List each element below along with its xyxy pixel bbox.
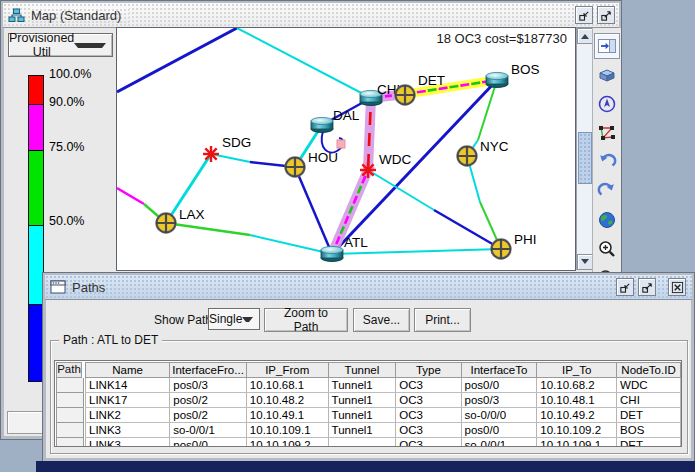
map-node-DET[interactable] <box>396 86 415 105</box>
sitemap-icon <box>8 8 25 23</box>
maximize-button[interactable] <box>597 6 615 24</box>
table-row[interactable]: LINK3pos0/010.10.109.2OC3so-0/0/110.10.1… <box>86 438 681 448</box>
chevron-down-icon <box>242 317 253 326</box>
application-desktop: Map (Standard) Provisioned Util 100.0%90… <box>0 0 695 472</box>
map-canvas[interactable]: SDGLAXHOUDALCHIDETWDCNYCBOSATLPHI 18 OC3… <box>117 28 575 270</box>
table-row[interactable]: LINK17pos0/210.10.48.2Tunnel1OC3pos0/310… <box>86 393 681 408</box>
column-header[interactable]: Type <box>396 363 461 378</box>
map-node-label: BOS <box>511 62 540 77</box>
map-link[interactable] <box>295 167 332 254</box>
map-link[interactable] <box>434 210 501 249</box>
legend-segment <box>29 104 43 150</box>
column-header[interactable]: IP_From <box>246 363 328 378</box>
restore-button[interactable] <box>616 278 634 296</box>
chevron-down-icon <box>74 43 106 52</box>
table-cell: pos0/0 <box>461 423 537 438</box>
table-cell: OC3 <box>396 393 461 408</box>
scroll-down-button[interactable] <box>577 254 593 270</box>
row-header-title: Path <box>56 362 82 378</box>
table-cell: 10.10.68.2 <box>537 378 617 393</box>
map-link[interactable] <box>117 188 144 204</box>
map-node-ATL[interactable] <box>321 246 343 261</box>
table-row[interactable]: LINK14pos0/310.10.68.1Tunnel1OC3pos0/010… <box>86 378 681 393</box>
table-row[interactable]: LINK2pos0/210.10.49.1Tunnel1OC3so-0/0/01… <box>86 408 681 423</box>
map-link[interactable] <box>166 223 250 235</box>
paths-window-titlebar[interactable]: Paths <box>45 275 692 300</box>
path-row-header-column: Path <box>56 362 82 447</box>
path-groupbox-title: Path : ATL to DET <box>59 333 162 347</box>
topology-button[interactable] <box>594 120 620 146</box>
column-header[interactable]: NodeTo.ID <box>617 363 681 378</box>
row-header-cell <box>56 408 84 423</box>
print-button[interactable]: Print... <box>414 308 471 332</box>
column-header[interactable]: Name <box>86 363 170 378</box>
row-header-cell <box>56 393 84 408</box>
column-header[interactable]: Tunnel <box>328 363 396 378</box>
table-cell: pos0/0 <box>461 378 537 393</box>
triangle-up-icon <box>581 30 589 39</box>
table-cell: pos0/2 <box>170 393 247 408</box>
row-header-cell <box>56 378 84 393</box>
util-style-dropdown[interactable]: Provisioned Util <box>8 33 113 57</box>
globe-icon <box>597 210 617 230</box>
map-link[interactable] <box>117 28 237 92</box>
zoom-to-path-button[interactable]: Zoom to Path <box>264 308 348 332</box>
printer-3d-button[interactable] <box>594 62 620 88</box>
map-node-label: DET <box>418 73 445 88</box>
map-node-label: HOU <box>308 150 338 165</box>
table-cell: DET <box>617 438 681 448</box>
scrollbar-thumb[interactable] <box>578 132 592 184</box>
table-cell: so-0/0/0 <box>461 408 537 423</box>
zoom-in-icon <box>597 239 617 259</box>
map-node-unnamed[interactable] <box>337 140 345 148</box>
table-row[interactable]: LINK3so-0/0/110.10.109.1Tunnel1OC3pos0/0… <box>86 423 681 438</box>
column-header[interactable]: InterfaceTo <box>461 363 537 378</box>
column-header[interactable]: IP_To <box>537 363 617 378</box>
map-node-SDG[interactable] <box>203 146 219 162</box>
column-header[interactable]: InterfaceFro... <box>170 363 247 378</box>
map-link[interactable] <box>237 28 371 98</box>
map-node-WDC[interactable] <box>360 162 376 178</box>
map-link[interactable] <box>250 235 332 254</box>
close-button[interactable] <box>668 278 686 296</box>
table-cell: pos0/3 <box>461 393 537 408</box>
map-node-label: ATL <box>344 235 368 250</box>
map-node-label: DAL <box>333 108 360 123</box>
zoom-in-button[interactable] <box>594 236 620 262</box>
compass-button[interactable] <box>594 91 620 117</box>
table-cell: LINK2 <box>86 408 170 423</box>
panel-toggle-button[interactable] <box>594 33 620 59</box>
table-cell: 10.10.49.1 <box>246 408 328 423</box>
table-cell: LINK14 <box>86 378 170 393</box>
map-node-DAL[interactable] <box>311 117 333 132</box>
redo-button[interactable] <box>594 178 620 204</box>
paths-toolbar: Show Path: Single Zoom to Path Save... P… <box>45 302 692 334</box>
printer-3d-icon <box>597 65 617 85</box>
triangle-down-icon <box>581 259 589 268</box>
save-button[interactable]: Save... <box>353 308 410 332</box>
table-cell: pos0/2 <box>170 408 247 423</box>
restore-button[interactable] <box>575 6 593 24</box>
map-window-titlebar[interactable]: Map (Standard) <box>3 3 619 28</box>
path-table[interactable]: NameInterfaceFro...IP_FromTunnelTypeInte… <box>85 362 681 447</box>
path-groupbox: Path : ATL to DET Path NameInterfaceFro.… <box>50 340 688 454</box>
map-node-NYC[interactable] <box>458 147 477 166</box>
map-node-PHI[interactable] <box>492 240 511 259</box>
map-node-LAX[interactable] <box>157 214 176 233</box>
table-cell: DET <box>617 408 681 423</box>
map-vertical-scrollbar[interactable] <box>576 28 593 270</box>
table-cell: 10.10.109.1 <box>246 423 328 438</box>
undo-button[interactable] <box>594 149 620 175</box>
show-path-dropdown[interactable]: Single <box>208 308 260 330</box>
paths-window: Paths Show Path: Single Zoom to Path Sav… <box>42 272 695 462</box>
map-node-BOS[interactable] <box>486 72 508 87</box>
table-cell: BOS <box>617 423 681 438</box>
globe-button[interactable] <box>594 207 620 233</box>
table-cell: CHI <box>617 393 681 408</box>
legend-segment <box>29 225 43 304</box>
window-icon <box>50 280 66 294</box>
scroll-up-button[interactable] <box>577 28 593 44</box>
table-cell: Tunnel1 <box>328 408 396 423</box>
maximize-button[interactable] <box>638 278 656 296</box>
map-node-HOU[interactable] <box>286 158 305 177</box>
